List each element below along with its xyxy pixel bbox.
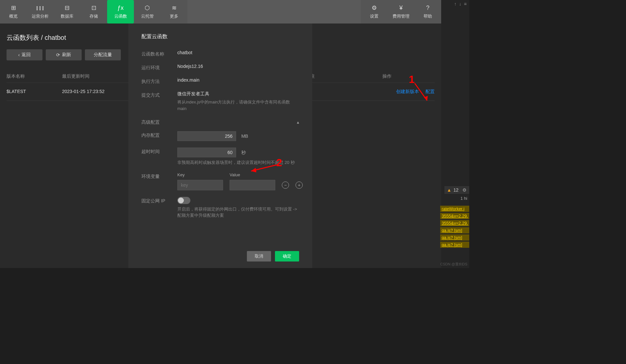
version-cell: $LATEST	[7, 89, 62, 95]
database-icon: ⊟	[65, 4, 70, 11]
help-label: 帮助	[424, 13, 432, 19]
refresh-button[interactable]: ⟳刷新	[46, 49, 82, 60]
name-value: chatbot	[177, 50, 299, 55]
storage-icon: ⊡	[91, 4, 96, 11]
env-key-input[interactable]	[177, 180, 223, 190]
timeout-input[interactable]	[177, 148, 236, 157]
fixed-ip-label: 固定公网 IP	[141, 197, 177, 204]
code-link[interactable]: qa.js? [sm]	[440, 227, 469, 233]
warn-count: 12	[453, 187, 458, 193]
col-operation: 操作	[382, 73, 435, 79]
toolbar-billing[interactable]: ¥费用管理	[388, 0, 414, 24]
env-key-header: Key	[177, 172, 223, 177]
hits-label: 1 hi	[460, 196, 467, 201]
gear-icon[interactable]: ⚙	[462, 187, 467, 193]
overview-label: 概览	[9, 13, 18, 19]
cloud-function-icon: ƒx	[117, 4, 123, 11]
submit-label: 提交方式	[141, 91, 177, 98]
annotation-1: 1	[409, 73, 415, 86]
code-link[interactable]: rateWorker.j	[440, 206, 469, 212]
breadcrumb-root[interactable]: 云函数列表	[7, 34, 39, 41]
toolbar-help[interactable]: ?帮助	[414, 0, 441, 24]
memory-label: 内存配置	[141, 131, 177, 138]
arrow-up-icon[interactable]: ↑	[454, 1, 457, 5]
analytics-label: 运营分析	[32, 13, 49, 19]
back-button[interactable]: ‹返回	[7, 49, 42, 60]
toolbar-database[interactable]: ⊟数据库	[54, 0, 80, 24]
cloud-hosting-icon: ⬡	[145, 4, 150, 11]
code-link[interactable]: 3555&v=2.29.	[440, 220, 469, 226]
toolbar-storage[interactable]: ⊡存储	[80, 0, 107, 24]
storage-label: 存储	[89, 13, 98, 19]
fixed-ip-toggle[interactable]	[177, 197, 190, 204]
toolbar-analytics[interactable]: ⫿⫿⫿运营分析	[27, 0, 54, 24]
breadcrumb-current: chatbot	[45, 34, 66, 41]
code-link[interactable]: qa.js? [sm]	[440, 234, 469, 241]
fixed-ip-hint: 开启后，将获得固定的外网出口，仅付费环境可用。可到设置 -> 配额方案中升级配额…	[177, 206, 299, 219]
billing-label: 费用管理	[393, 13, 409, 19]
timeout-unit: 秒	[241, 150, 246, 155]
database-label: 数据库	[61, 13, 73, 19]
submit-hint: 将从index.js中的main方法执行，请确保文件中含有同名函数main	[177, 99, 299, 112]
help-icon: ?	[426, 4, 429, 11]
more-icon: ≋	[172, 4, 177, 11]
config-modal: 配置云函数 云函数名称 chatbot 运行环境 Nodejs12.16 执行方…	[128, 24, 312, 268]
toolbar-more[interactable]: ≋更多	[161, 0, 187, 24]
more-label: 更多	[170, 13, 178, 19]
menu-icon[interactable]: ≡	[464, 1, 467, 5]
create-version-link[interactable]: 创建新版本	[396, 89, 419, 95]
add-env-icon[interactable]: +	[296, 182, 303, 189]
handler-label: 执行方法	[141, 77, 177, 85]
env-label: 环境变量	[141, 172, 177, 180]
settings-icon: ⚙	[372, 4, 377, 11]
submit-value: 微信开发者工具	[177, 91, 299, 97]
watermark: CSDN @重剑DS	[440, 262, 467, 267]
config-link[interactable]: 配置	[425, 89, 435, 95]
overview-icon: ⊞	[11, 4, 16, 11]
code-link[interactable]: 3555&v=2.29.	[440, 213, 469, 219]
env-value-header: Value	[230, 172, 275, 177]
code-link[interactable]: qa.js? [sm]	[440, 242, 469, 248]
toolbar-cloud-hosting[interactable]: ⬡云托管	[134, 0, 161, 24]
chevron-up-icon: ▴	[297, 119, 299, 125]
settings-label: 设置	[370, 13, 378, 19]
toolbar-cloud-function[interactable]: ƒx云函数	[107, 0, 134, 24]
devtools-strip: ↑ ↓ ≡ ▲ 12 ⚙ 1 hi rateWorker.j3555&v=2.2…	[441, 0, 469, 268]
name-label: 云函数名称	[141, 50, 177, 57]
toolbar-settings[interactable]: ⚙设置	[361, 0, 388, 24]
col-note: 注	[310, 73, 323, 79]
main-toolbar: ⊞概览⫿⫿⫿运营分析⊟数据库⊡存储ƒx云函数⬡云托管≋更多 ⚙设置¥费用管理?帮…	[0, 0, 441, 24]
billing-icon: ¥	[399, 4, 403, 11]
remove-env-icon[interactable]: −	[282, 182, 289, 189]
confirm-button[interactable]: 确定	[275, 251, 299, 261]
timeout-label: 超时时间	[141, 148, 177, 155]
modal-title: 配置云函数	[141, 33, 299, 40]
arrow-down-icon[interactable]: ↓	[459, 1, 461, 5]
traffic-button[interactable]: 分配流量	[85, 49, 121, 60]
toolbar-overview[interactable]: ⊞概览	[0, 0, 27, 24]
handler-value: index.main	[177, 77, 299, 83]
analytics-icon: ⫿⫿⫿	[36, 4, 45, 11]
advanced-section-toggle[interactable]: 高级配置 ▴	[141, 119, 299, 125]
runtime-value: Nodejs12.16	[177, 64, 299, 69]
warning-icon: ▲	[447, 187, 452, 193]
memory-input[interactable]	[177, 131, 236, 141]
runtime-label: 运行环境	[141, 64, 177, 71]
cloud-function-label: 云函数	[114, 13, 127, 19]
memory-unit: MB	[241, 134, 248, 139]
col-version-name: 版本名称	[7, 73, 62, 79]
cancel-button[interactable]: 取消	[247, 251, 271, 261]
cloud-hosting-label: 云托管	[141, 13, 154, 19]
annotation-2: 2	[276, 157, 282, 169]
env-value-input[interactable]	[230, 180, 275, 190]
